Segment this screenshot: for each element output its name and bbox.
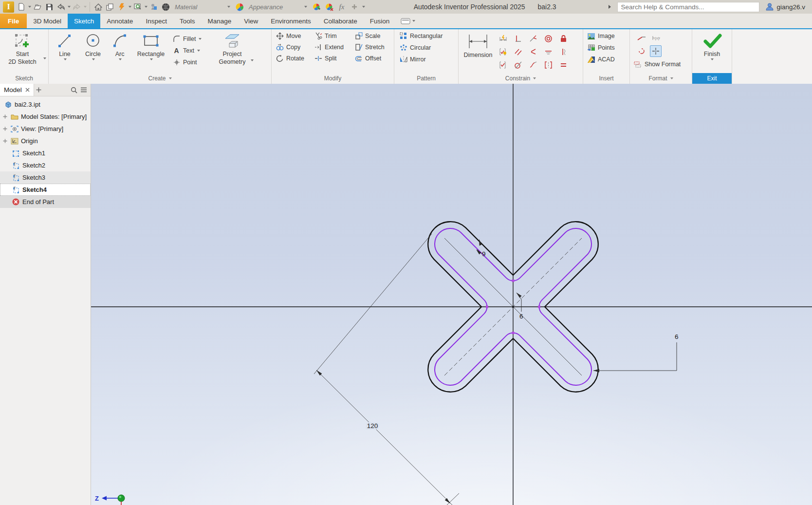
clear-appearance-button[interactable]	[324, 1, 334, 12]
inventor-logo-icon[interactable]: I	[3, 1, 14, 13]
expand-icon[interactable]	[2, 127, 8, 131]
new-file-dropdown-icon[interactable]	[28, 6, 31, 8]
move-button[interactable]: Move	[276, 31, 311, 41]
symmetric-icon[interactable]	[544, 61, 553, 69]
tab-3d-model[interactable]: 3D Model	[27, 14, 68, 28]
expand-icon[interactable]	[2, 114, 8, 119]
dimension-120[interactable]: 120	[314, 234, 459, 505]
rotate-button[interactable]: Rotate	[276, 54, 311, 63]
tree-node-part[interactable]: bai2.3.ipt	[0, 98, 91, 111]
appearance-combobox[interactable]: Appearance	[247, 1, 309, 12]
line-button[interactable]: Line	[51, 31, 79, 60]
start-2d-sketch-button[interactable]: Start2D Sketch	[2, 31, 43, 66]
coincident-icon[interactable]	[529, 35, 537, 43]
adjust-appearance-button[interactable]	[311, 1, 322, 12]
smooth-icon[interactable]	[529, 61, 537, 69]
color-wheel-icon[interactable]	[234, 1, 245, 12]
tab-collaborate[interactable]: Collaborate	[317, 14, 364, 28]
equal-icon[interactable]	[559, 61, 568, 69]
dimension-6-center[interactable]: 6	[517, 293, 523, 320]
tab-manage[interactable]: Manage	[201, 14, 238, 28]
redo-button[interactable]	[72, 1, 82, 12]
save-button[interactable]	[44, 1, 55, 12]
browser-tab-model[interactable]: Model	[0, 84, 34, 96]
insert-image-button[interactable]: Image	[587, 31, 615, 41]
quick-command-button[interactable]	[116, 1, 127, 12]
mirror-button[interactable]: Mirror	[399, 55, 426, 64]
tab-sketch[interactable]: Sketch	[68, 14, 100, 28]
tree-node-end-of-part[interactable]: End of Part	[0, 196, 91, 208]
panel-label-exit[interactable]: Exit	[692, 73, 732, 84]
sketch-point[interactable]	[512, 332, 515, 334]
split-button[interactable]: Split	[314, 54, 351, 63]
panel-label-constrain[interactable]: Constrain	[459, 73, 583, 84]
offset-button[interactable]: Offset	[354, 54, 392, 63]
tree-node-view[interactable]: View: [Primary]	[0, 123, 91, 135]
open-button[interactable]	[32, 1, 43, 12]
tab-file[interactable]: File	[0, 14, 27, 28]
help-search-box[interactable]	[617, 2, 759, 12]
vertical-icon[interactable]	[559, 48, 568, 56]
tab-annotate[interactable]: Annotate	[100, 14, 139, 28]
undo-button[interactable]	[55, 1, 66, 12]
trim-button[interactable]: Trim	[314, 31, 351, 41]
add-browser-tab-button[interactable]	[34, 87, 44, 93]
browser-menu-icon[interactable]	[79, 87, 89, 93]
panel-label-create[interactable]: Create	[49, 73, 271, 84]
quick-command-dropdown-icon[interactable]	[129, 6, 131, 8]
point-button[interactable]: Point	[172, 57, 212, 67]
project-geometry-button[interactable]: ProjectGeometry	[214, 31, 250, 66]
copy-button[interactable]: Copy	[276, 42, 311, 52]
show-constraints-icon[interactable]	[499, 48, 507, 56]
add-qat-button[interactable]	[349, 1, 360, 12]
tree-node-sketch4[interactable]: Sketch4	[0, 184, 91, 196]
undo-dropdown-icon[interactable]	[68, 6, 71, 8]
dimension-6-end[interactable]: 6	[593, 333, 679, 373]
tab-fusion[interactable]: Fusion	[364, 14, 396, 28]
concentric-icon[interactable]	[544, 35, 553, 43]
dimension-button[interactable]: Dimension	[461, 31, 496, 59]
tree-node-sketch2[interactable]: Sketch2	[0, 159, 91, 171]
new-file-button[interactable]	[16, 1, 27, 12]
component-opacity-button[interactable]	[148, 1, 159, 12]
sketch-point[interactable]	[538, 306, 540, 308]
insert-points-button[interactable]: Points	[587, 43, 615, 53]
insert-acad-button[interactable]: ACAD	[587, 55, 615, 64]
search-expand-icon[interactable]	[605, 1, 615, 12]
material-combobox[interactable]: Material	[173, 1, 232, 12]
text-button[interactable]: A Text	[172, 46, 212, 56]
tree-node-origin[interactable]: Origin	[0, 135, 91, 147]
circular-pattern-button[interactable]: Circular	[399, 43, 431, 53]
tab-tools[interactable]: Tools	[173, 14, 202, 28]
sketch-point[interactable]	[512, 280, 515, 282]
origin-center-point[interactable]	[512, 306, 514, 308]
centerline-icon[interactable]	[637, 34, 646, 42]
construction-icon[interactable]	[637, 47, 646, 55]
horizontal-icon[interactable]	[544, 48, 553, 56]
center-point-icon[interactable]	[650, 45, 662, 57]
tab-view[interactable]: View	[238, 14, 264, 28]
show-format-button[interactable]: Show Format	[634, 59, 681, 69]
home-button[interactable]	[93, 1, 104, 12]
circle-button[interactable]: Circle	[79, 31, 107, 60]
auto-dimension-icon[interactable]	[499, 35, 507, 43]
help-search-input[interactable]	[621, 3, 756, 11]
project-dropdown-icon[interactable]	[251, 59, 254, 61]
dimension-9[interactable]: 9	[476, 239, 486, 258]
fix-lock-icon[interactable]	[559, 35, 568, 43]
rectangle-button[interactable]: Rectangle	[132, 31, 169, 60]
arc-button[interactable]: Arc	[107, 31, 132, 60]
parameters-icon[interactable]: fx	[336, 1, 347, 12]
rectangular-pattern-button[interactable]: Rectangular	[399, 31, 443, 41]
tree-node-sketch1[interactable]: Sketch1	[0, 147, 91, 159]
ribbon-display-options[interactable]	[396, 14, 420, 28]
render-sphere-icon[interactable]	[160, 1, 171, 12]
browser-search-icon[interactable]	[69, 87, 79, 94]
user-account[interactable]: giang26.v	[761, 2, 809, 11]
tree-node-sketch3[interactable]: Sketch3	[0, 171, 91, 184]
close-icon[interactable]	[25, 88, 30, 92]
collinear-icon[interactable]	[529, 48, 537, 56]
qat-customize-dropdown-icon[interactable]	[362, 6, 365, 8]
expand-icon[interactable]	[2, 139, 8, 143]
driven-dimension-icon[interactable]: (x)	[652, 34, 660, 42]
